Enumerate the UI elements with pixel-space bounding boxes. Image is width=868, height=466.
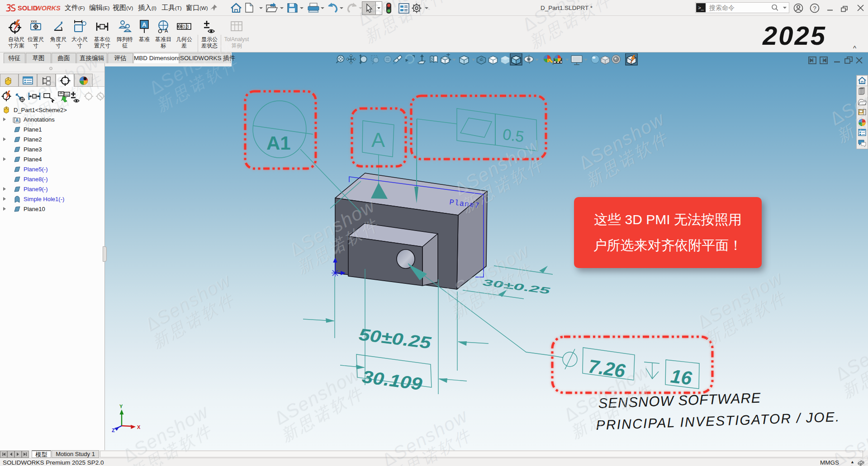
svg-text:Z: Z [112, 428, 115, 433]
svg-text:PRINCIPAL INVESTIGATOR / JOE.: PRINCIPAL INVESTIGATOR / JOE. [596, 409, 840, 433]
svg-text:30.109: 30.109 [361, 367, 423, 394]
svg-text:A: A [15, 118, 19, 123]
svg-text:^: ^ [853, 44, 856, 52]
svg-text:X: X [137, 424, 141, 430]
svg-text:16: 16 [669, 365, 693, 389]
svg-text:0.5: 0.5 [502, 125, 525, 145]
svg-text:03: 03 [65, 93, 69, 96]
svg-text:SENSNOW SOFTWARE: SENSNOW SOFTWARE [598, 390, 761, 411]
svg-text:A: A [371, 128, 385, 151]
svg-text:2025: 2025 [762, 21, 826, 50]
svg-text:Y: Y [119, 404, 123, 409]
svg-text:30±0.25: 30±0.25 [482, 277, 551, 296]
svg-text:7.26: 7.26 [587, 355, 627, 381]
svg-text:50±0.25: 50±0.25 [358, 325, 432, 353]
svg-text:A1: A1 [266, 132, 291, 154]
